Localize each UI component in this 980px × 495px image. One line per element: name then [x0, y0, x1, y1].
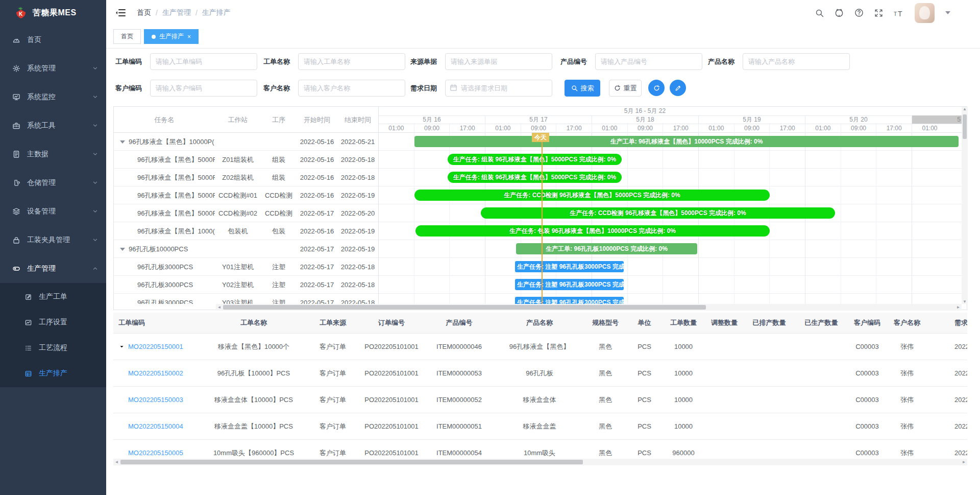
gantt-task-name[interactable]: 96孔移液盒【黑色】5000F: [114, 151, 215, 169]
breadcrumb-item[interactable]: 首页: [137, 8, 151, 17]
table-row[interactable]: MO202205150004移液盒盒盖【10000】PCS客户订单PO20220…: [113, 413, 967, 440]
gantt-task-name[interactable]: 96孔移液盒【黑色】1000(: [114, 222, 215, 240]
filter-input-0[interactable]: [150, 53, 257, 70]
table-row[interactable]: MO20220515000510mm吸头【960000】PCS客户订单PO202…: [113, 440, 967, 458]
filter-input-r2-2[interactable]: [445, 80, 552, 97]
gantt-task-name[interactable]: 96孔移液盒【黑色】5000F: [114, 204, 215, 222]
sidebar-item-masterdata[interactable]: 主数据: [0, 140, 106, 169]
breadcrumb-separator: /: [195, 9, 198, 17]
sidebar-item-system[interactable]: 系统管理: [0, 54, 106, 83]
search-icon[interactable]: [815, 9, 824, 17]
sidebar-subitem-work-order[interactable]: 生产工单: [0, 284, 106, 310]
cell-customer_name: 张伟: [885, 440, 929, 458]
work-order-link[interactable]: MO202205150004: [128, 422, 183, 430]
gantt-task-name[interactable]: 96孔移液盒【黑色】5000F: [114, 169, 215, 186]
gantt-start-date: 2022-05-16: [297, 169, 337, 186]
filter-input-4[interactable]: [743, 53, 850, 70]
font-size-icon[interactable]: TT: [894, 9, 904, 17]
user-menu-caret-icon[interactable]: [945, 11, 950, 14]
sidebar-item-equipment[interactable]: 设备管理: [0, 197, 106, 226]
sidebar-item-production[interactable]: 生产管理: [0, 254, 106, 283]
breadcrumb-item[interactable]: 生产管理: [162, 8, 191, 17]
gantt-task-name[interactable]: 96孔孔板3000PCS: [114, 294, 215, 304]
sidebar-item-home[interactable]: 首页: [0, 26, 106, 54]
tab-close-icon[interactable]: ×: [187, 33, 191, 40]
scroll-left-icon[interactable]: ◄: [216, 305, 223, 310]
sidebar-subitem-process-flow[interactable]: 工艺流程: [0, 335, 106, 361]
sidebar-item-monitor[interactable]: 系统监控: [0, 83, 106, 111]
fullscreen-icon[interactable]: [874, 9, 883, 17]
work-order-link[interactable]: MO202205150002: [128, 369, 183, 377]
filter-input-3[interactable]: [595, 53, 702, 70]
filter-input-r2-1[interactable]: [298, 80, 405, 97]
help-icon[interactable]: [854, 8, 864, 17]
sidebar-subitem-scheduling[interactable]: 生产排产: [0, 361, 106, 386]
dashboard-icon: [12, 36, 20, 44]
gantt-start-date: 2022-05-16: [297, 133, 337, 151]
cell-qty: 10000: [664, 360, 703, 387]
filter-input-1[interactable]: [298, 53, 405, 70]
gantt-task-name[interactable]: 96孔孔板10000PCS: [114, 240, 215, 258]
sidebar-subitem-process-settings[interactable]: 工序设置: [0, 310, 106, 335]
work-order-link[interactable]: MO202205150001: [128, 343, 183, 350]
edit-schedule-button[interactable]: [670, 80, 686, 96]
work-order-link[interactable]: MO202205150003: [128, 396, 183, 404]
table-row[interactable]: MO202205150001移液盒【黑色】10000个客户订单PO2022051…: [113, 334, 967, 360]
work-order-link[interactable]: MO202205150005: [128, 449, 183, 457]
table-row[interactable]: MO20220515000296孔孔板【10000】PCS客户订单PO20220…: [113, 360, 967, 387]
gantt-bar-task[interactable]: 生产任务: 组装 96孔移液盒【黑色】5000PCS 完成比例: 0%: [448, 172, 622, 183]
gantt-horizontal-scrollbar[interactable]: ◄►: [216, 304, 962, 311]
cell-unit: PCS: [625, 440, 664, 458]
gantt-vertical-scrollbar[interactable]: ▲▼: [962, 107, 968, 304]
app-logo[interactable]: K 苦糖果MES: [0, 0, 106, 26]
cell-order_no: PO202205101001: [358, 413, 425, 440]
gantt-bar-selected[interactable]: 生产任务: 注塑 96孔孔板3000PCS 完成: [515, 279, 624, 290]
gantt-task-name[interactable]: 96孔移液盒【黑色】5000F: [114, 186, 215, 204]
column-header: 产品名称: [494, 313, 585, 334]
refresh-gantt-button[interactable]: [648, 80, 665, 96]
gantt-bar-task[interactable]: 生产任务: 组装 96孔移液盒【黑色】5000PCS 完成比例: 0%: [448, 154, 622, 165]
scroll-right-icon[interactable]: ►: [955, 305, 962, 310]
collapse-caret-icon[interactable]: [120, 140, 125, 144]
tab-label: 首页: [121, 32, 133, 41]
breadcrumb-item[interactable]: 生产排产: [202, 8, 231, 17]
gantt-bar-selected[interactable]: 生产任务: 注塑 96孔孔板3000PCS 完成: [515, 297, 624, 304]
chevron-down-icon: [92, 94, 98, 100]
gantt-bar-task[interactable]: 生产任务: CCD检测 96孔移液盒【黑色】5000PCS 完成比例: 0%: [481, 207, 835, 219]
gantt-process: 注塑: [261, 258, 297, 276]
gantt-task-name[interactable]: 96孔孔板3000PCS: [114, 258, 215, 276]
filter-input-2[interactable]: [445, 53, 552, 70]
cell-produced_qty: [793, 413, 849, 440]
sidebar-item-tools[interactable]: 系统工具: [0, 111, 106, 140]
scroll-left-icon[interactable]: ◄: [113, 460, 120, 464]
chevron-down-icon: [92, 65, 98, 71]
tab-active[interactable]: 生产排产×: [144, 29, 199, 44]
gantt-process: CCD检测: [261, 204, 297, 222]
tab-item[interactable]: 首页: [113, 29, 141, 44]
reset-button[interactable]: 重置: [609, 80, 642, 97]
scroll-right-icon[interactable]: ►: [961, 460, 967, 464]
user-avatar[interactable]: [915, 3, 935, 23]
github-icon[interactable]: [835, 8, 844, 17]
sidebar-item-fixture[interactable]: 工装夹具管理: [0, 226, 106, 254]
gantt-task-name[interactable]: 96孔移液盒【黑色】10000P(: [114, 133, 215, 151]
sidebar-item-warehouse[interactable]: 仓储管理: [0, 169, 106, 197]
gantt-bar-order[interactable]: 生产工单: 96孔孔板10000PCS 完成比例: 0%: [516, 243, 697, 254]
cell-unit: PCS: [625, 360, 664, 387]
magnifier-icon: [571, 85, 578, 91]
filter-input-r2-0[interactable]: [150, 80, 257, 97]
table-row[interactable]: MO202205150003移液盒盒体【10000】PCS客户订单PO20220…: [113, 387, 967, 413]
sidebar-collapse-icon[interactable]: [115, 8, 126, 17]
gantt-bar-selected[interactable]: 生产任务: 注塑 96孔孔板3000PCS 完成: [515, 261, 624, 272]
gantt-bar-order[interactable]: 生产工单: 96孔移液盒【黑色】10000PCS 完成比例: 0%: [414, 136, 959, 147]
gantt-bar-task[interactable]: 生产任务: CCD检测 96孔移液盒【黑色】5000PCS 完成比例: 0%: [414, 190, 770, 201]
scroll-down-icon[interactable]: ▼: [962, 299, 968, 304]
scroll-up-icon[interactable]: ▲: [962, 107, 968, 111]
table-horizontal-scrollbar[interactable]: ◄ ►: [113, 459, 967, 465]
row-expand-icon[interactable]: [119, 344, 125, 349]
gantt-task-name[interactable]: 96孔孔板3000PCS: [114, 276, 215, 294]
gantt-bar-task[interactable]: 生产任务: 包装 96孔移液盒【黑色】10000PCS 完成比例: 0%: [415, 225, 770, 237]
collapse-caret-icon[interactable]: [120, 248, 125, 251]
search-button[interactable]: 搜索: [565, 80, 600, 97]
gantt-end-date: 2022-05-18: [337, 276, 378, 294]
